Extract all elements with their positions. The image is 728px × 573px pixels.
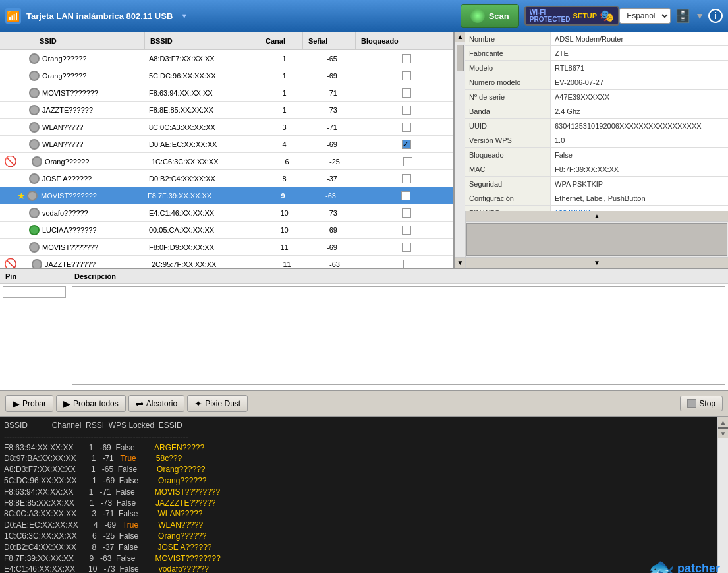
detail-label: MAC — [465, 162, 551, 176]
cell-ssid: vodafo?????? — [40, 209, 146, 217]
bloqueado-checkbox[interactable] — [402, 208, 411, 218]
table-row[interactable]: Orang??????A8:D3:F7:XX:XX:XX1-65 — [0, 50, 453, 67]
dropdown-icon[interactable]: ▼ — [695, 11, 704, 21]
cell-bloqueado — [357, 54, 453, 63]
cell-bssid: 1C:C6:3C:XX:XX:XX — [149, 158, 264, 166]
console-line: F8:8E:85:XX:XX:XX 1 -73 False JAZZZTE???… — [4, 498, 714, 509]
cell-ssid: MOVIST??????? — [40, 243, 146, 251]
console-line: 5C:DC:96:XX:XX:XX 1 -69 False Orang?????… — [4, 475, 714, 487]
detail-row: PIN WPS1234XXXX — [465, 206, 728, 211]
cell-bloqueado — [357, 106, 453, 115]
cell-canal: 3 — [262, 123, 304, 131]
cell-senal: -69 — [304, 243, 357, 251]
cell-canal: 4 — [262, 140, 304, 148]
table-row[interactable]: Orang??????5C:DC:96:XX:XX:XX1-69 — [0, 67, 453, 84]
pin-input[interactable] — [3, 286, 66, 298]
bloqueado-checkbox[interactable] — [402, 123, 411, 132]
detail-value: 1.0 — [551, 133, 728, 147]
bloqueado-checkbox[interactable] — [402, 106, 411, 115]
table-row[interactable]: WLAN?????D0:AE:EC:XX:XX:XX4-69✓ — [0, 136, 453, 153]
probar-button[interactable]: ▶ Probar — [5, 395, 53, 412]
detail-value: RTL8671 — [551, 61, 728, 75]
scan-button[interactable]: Scan — [461, 4, 519, 28]
signal-indicator — [29, 122, 40, 133]
table-row[interactable]: LUCIAA???????00:05:CA:XX:XX:XX10-69 — [0, 222, 453, 239]
language-select[interactable]: Español — [619, 8, 671, 24]
bloqueado-checkbox[interactable] — [402, 54, 411, 63]
patcher-brand-text: patcher — [677, 562, 720, 574]
cell-canal: 11 — [262, 243, 304, 251]
console-scroll-down[interactable]: ▼ — [718, 428, 728, 438]
cell-senal: -69 — [304, 72, 357, 80]
detail-value: Ethernet, Label, PushButton — [551, 191, 728, 205]
detail-scroll-thumb[interactable] — [466, 223, 727, 256]
row-icons — [0, 71, 40, 81]
network-scrollbar[interactable]: ▲ ▼ — [455, 32, 465, 268]
col-header-canal: Canal — [260, 32, 303, 49]
pixie-dust-icon: ✦ — [194, 398, 202, 409]
database-icon[interactable]: 🗄️ — [675, 8, 691, 24]
cell-bloqueado — [357, 88, 453, 98]
console-line: 1C:C6:3C:XX:XX:XX 6 -25 False Orang?????… — [4, 531, 714, 542]
bloqueado-checkbox[interactable] — [402, 226, 411, 235]
cell-bssid: F8:7F:39:XX:XX:XX — [145, 192, 260, 200]
detail-label: Seguridad — [465, 177, 551, 191]
cell-senal: -63 — [307, 260, 360, 268]
details-scrollbar[interactable]: ▲ ▼ — [465, 211, 728, 268]
table-row[interactable]: ★MOVIST???????F8:7F:39:XX:XX:XX9-63 — [0, 187, 453, 204]
table-row[interactable]: WLAN?????8C:0C:A3:XX:XX:XX3-71 — [0, 119, 453, 136]
cell-canal: 10 — [262, 226, 304, 234]
table-row[interactable]: JAZZTE??????F8:8E:85:XX:XX:XX1-73 — [0, 102, 453, 119]
col-header-senal: Señal — [303, 32, 356, 49]
desc-col-header: Descripción — [69, 269, 728, 283]
detail-label: Nombre — [465, 32, 551, 45]
detail-value[interactable]: 1234XXXX — [551, 206, 728, 211]
detail-value: ADSL Modem/Router — [551, 32, 728, 45]
bloqueado-checkbox[interactable] — [402, 174, 411, 183]
table-row[interactable]: MOVIST???????F8:63:94:XX:XX:XX1-71 — [0, 84, 453, 102]
pin-header: Pin Descripción — [0, 269, 728, 284]
cell-senal: -69 — [304, 140, 357, 148]
detail-value: False — [551, 148, 728, 162]
console-scroll-up[interactable]: ▲ — [718, 417, 728, 428]
bloqueado-checkbox[interactable]: ✓ — [402, 140, 411, 149]
detail-label: Bloqueado — [465, 148, 551, 162]
table-row[interactable]: JOSE A??????D0:B2:C4:XX:XX:XX8-37 — [0, 170, 453, 187]
info-button[interactable]: i — [708, 9, 723, 23]
detail-scroll-up[interactable]: ▲ — [466, 211, 728, 222]
bloqueado-checkbox[interactable] — [401, 191, 410, 200]
row-icons: 🚫 — [0, 258, 42, 268]
cell-ssid: JAZZTE?????? — [42, 260, 149, 268]
table-row[interactable]: MOVIST???????F8:0F:D9:XX:XX:XX11-69 — [0, 239, 453, 256]
aleatorio-icon: ⇌ — [136, 398, 144, 409]
bloqueado-checkbox[interactable] — [403, 260, 412, 268]
bloqueado-checkbox[interactable] — [403, 157, 412, 166]
scroll-up-btn[interactable]: ▲ — [455, 32, 465, 42]
scroll-down-btn[interactable]: ▼ — [455, 257, 465, 268]
stop-button[interactable]: Stop — [680, 396, 723, 411]
title-bar-left: 📶 Tarjeta LAN inalámbrica 802.11 USB ▼ — [5, 8, 461, 24]
table-row[interactable]: 🚫Orang??????1C:C6:3C:XX:XX:XX6-25 — [0, 153, 453, 170]
console-scrollbar[interactable]: ▲ ▼ — [717, 417, 728, 573]
detail-scroll-down[interactable]: ▼ — [466, 257, 728, 268]
pin-col-header: Pin — [0, 269, 69, 283]
table-row[interactable]: vodafo??????E4:C1:46:XX:XX:XX10-73 — [0, 204, 453, 222]
console-line: D0:AE:EC:XX:XX:XX 4 -69 True WLAN????? — [4, 520, 714, 531]
probar-todos-button[interactable]: ▶ Probar todos — [56, 395, 126, 412]
aleatorio-button[interactable]: ⇌ Aleatorio — [128, 395, 184, 412]
bloqueado-checkbox[interactable] — [402, 88, 411, 98]
bloqueado-checkbox[interactable] — [402, 71, 411, 80]
detail-value: ZTE — [551, 46, 728, 60]
cell-bloqueado — [357, 71, 453, 80]
setup-label[interactable]: SETUP — [573, 12, 597, 20]
signal-indicator — [29, 105, 40, 115]
detail-value: EV-2006-07-27 — [551, 75, 728, 89]
pin-desc-textarea[interactable] — [72, 286, 725, 385]
cell-ssid: MOVIST??????? — [38, 192, 145, 200]
bloqueado-checkbox[interactable] — [402, 243, 411, 252]
pixie-dust-button[interactable]: ✦ Pixie Dust — [187, 395, 248, 412]
detail-label: Numero modelo — [465, 75, 551, 89]
version-dropdown[interactable]: ▼ — [181, 12, 188, 20]
table-row[interactable]: 🚫JAZZTE??????2C:95:7F:XX:XX:XX11-63 — [0, 256, 453, 268]
scroll-thumb[interactable] — [457, 45, 464, 71]
